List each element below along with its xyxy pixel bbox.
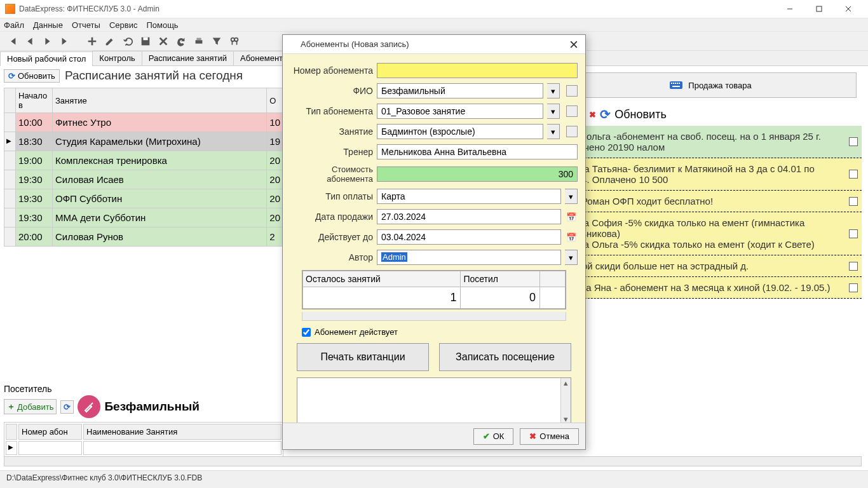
horizontal-scrollbar[interactable] bbox=[4, 456, 862, 466]
window-close-button[interactable] bbox=[834, 0, 863, 18]
note-item[interactable]: анова София -5% скидка только на емент (… bbox=[559, 212, 862, 255]
menu-Данные[interactable]: Данные bbox=[33, 20, 63, 30]
col-end[interactable]: О bbox=[267, 88, 283, 113]
svg-rect-16 bbox=[672, 86, 680, 87]
status-bar: D:\DataExpress\Фитнес клуб 3.0\ФИТНЕСКЛУ… bbox=[0, 470, 868, 488]
app-icon bbox=[5, 4, 15, 14]
menu-Помощь[interactable]: Помощь bbox=[146, 20, 178, 30]
find-icon[interactable] bbox=[227, 34, 241, 48]
valid-to-input[interactable] bbox=[377, 229, 561, 245]
paytype-select[interactable] bbox=[377, 189, 561, 204]
keyboard-icon bbox=[669, 79, 683, 91]
filter-icon[interactable] bbox=[210, 34, 224, 48]
refresh-icon[interactable] bbox=[174, 34, 188, 48]
sell-goods-button[interactable]: Продажа товара bbox=[564, 72, 857, 98]
note-checkbox[interactable] bbox=[849, 262, 858, 271]
svg-rect-15 bbox=[679, 83, 680, 84]
window-maximize-button[interactable] bbox=[804, 0, 834, 18]
notes-refresh-label[interactable]: Обновить bbox=[614, 108, 667, 121]
table-row[interactable]: 20:00Силовая Рунов2 bbox=[4, 227, 283, 247]
note-checkbox[interactable] bbox=[849, 170, 858, 179]
svg-rect-10 bbox=[670, 81, 682, 89]
author-select[interactable]: Admin bbox=[377, 250, 561, 265]
broom-icon[interactable] bbox=[78, 395, 100, 418]
svg-point-9 bbox=[234, 37, 238, 41]
lookup-button[interactable] bbox=[566, 126, 578, 137]
note-checkbox[interactable] bbox=[849, 197, 858, 206]
calendar-icon[interactable]: 📅 bbox=[565, 209, 578, 224]
record-visit-button[interactable]: Записать посещение bbox=[439, 343, 571, 371]
note-item[interactable]: гровой скиди больше нет на эстрадный д. bbox=[559, 255, 862, 277]
active-checkbox-label: Абонемент действует bbox=[315, 327, 398, 337]
note-checkbox[interactable] bbox=[849, 137, 858, 146]
svg-rect-12 bbox=[673, 83, 674, 84]
dropdown-icon[interactable]: ▾ bbox=[547, 124, 560, 139]
nav-next-icon[interactable] bbox=[41, 34, 55, 48]
save-icon[interactable] bbox=[139, 34, 153, 48]
table-row[interactable]: 19:00Комплексная тренировка20 bbox=[4, 151, 283, 170]
schedule-table: Начало в Занятие О 10:00Фитнес Утро10▶18… bbox=[4, 88, 283, 247]
table-row[interactable]: ▶18:30Студия Карамельки (Митрохина)19 bbox=[4, 132, 283, 151]
fio-input[interactable] bbox=[377, 83, 543, 98]
window-minimize-button[interactable] bbox=[775, 0, 804, 18]
dropdown-icon[interactable]: ▾ bbox=[565, 189, 578, 204]
note-checkbox[interactable] bbox=[849, 229, 858, 238]
note-item[interactable]: цов Роман ОФП ходит бесплатно! bbox=[559, 191, 862, 212]
note-item[interactable]: даева Татьяна- безлимит к Матякиной на 3… bbox=[559, 158, 862, 191]
active-checkbox[interactable] bbox=[302, 328, 311, 337]
delete-icon[interactable] bbox=[156, 34, 170, 48]
calendar-icon[interactable]: 📅 bbox=[565, 229, 578, 245]
col-start[interactable]: Начало в bbox=[16, 88, 53, 113]
dropdown-icon[interactable]: ▾ bbox=[547, 83, 560, 98]
refresh-notes-icon[interactable]: ⟳ bbox=[600, 107, 611, 122]
menu-Файл[interactable]: Файл bbox=[4, 20, 24, 30]
lookup-button[interactable] bbox=[566, 105, 578, 117]
lesson-input[interactable] bbox=[377, 124, 543, 139]
refresh-visitor-button[interactable]: ⟳ bbox=[60, 400, 74, 414]
table-row[interactable]: 10:00Фитнес Утро10 bbox=[4, 113, 283, 132]
svg-rect-6 bbox=[196, 40, 203, 43]
print-icon[interactable] bbox=[192, 34, 206, 48]
table-row[interactable]: 19:30Силовая Исаев20 bbox=[4, 170, 283, 189]
add-icon[interactable] bbox=[85, 34, 99, 48]
schedule-heading: Расписание занятий на сегодня bbox=[65, 69, 243, 83]
col-lesson[interactable]: Занятие bbox=[53, 88, 267, 113]
ok-button[interactable]: ✔ОК bbox=[473, 428, 514, 445]
notes-memo[interactable]: ▴▾ bbox=[297, 377, 571, 424]
dropdown-icon[interactable]: ▾ bbox=[565, 250, 578, 265]
dialog-icon bbox=[288, 40, 297, 49]
table-row[interactable]: 19:30ММА дети Субботин20 bbox=[4, 208, 283, 227]
tab-2[interactable]: Расписание занятий bbox=[142, 51, 234, 65]
cancel-button[interactable]: ✖Отмена bbox=[520, 428, 579, 445]
window-title: DataExpress: ФИТНЕСКЛУБ 3.0 - Admin bbox=[19, 4, 775, 13]
subscription-type-input[interactable] bbox=[377, 104, 543, 119]
table-row[interactable]: 19:30ОФП Субботин20 bbox=[4, 189, 283, 208]
lookup-button[interactable] bbox=[566, 85, 578, 97]
tab-1[interactable]: Контроль bbox=[92, 51, 142, 65]
sale-date-input[interactable] bbox=[377, 209, 561, 224]
cost-input[interactable] bbox=[377, 166, 578, 182]
nav-first-icon[interactable] bbox=[5, 34, 19, 48]
table-row[interactable]: ▶ bbox=[6, 441, 281, 455]
subscription-number-input[interactable] bbox=[377, 63, 578, 78]
menu-Сервис[interactable]: Сервис bbox=[109, 20, 138, 30]
note-checkbox[interactable] bbox=[849, 283, 858, 292]
undo-icon[interactable] bbox=[121, 34, 135, 48]
nav-last-icon[interactable] bbox=[58, 34, 72, 48]
delete-note-icon[interactable]: ✖ bbox=[589, 110, 596, 119]
edit-icon[interactable] bbox=[103, 34, 117, 48]
refresh-schedule-button[interactable]: ⟳Обновить bbox=[4, 69, 60, 83]
dropdown-icon[interactable]: ▾ bbox=[547, 104, 560, 119]
subgrid-scrollbar[interactable] bbox=[302, 312, 566, 321]
menu-Отчеты[interactable]: Отчеты bbox=[72, 20, 100, 30]
check-icon: ✔ bbox=[483, 431, 490, 441]
nav-prev-icon[interactable] bbox=[23, 34, 37, 48]
dialog-close-button[interactable] bbox=[567, 38, 580, 51]
note-item[interactable]: ушина Яна - абонемент на 3 месяца к хино… bbox=[559, 277, 862, 299]
svg-rect-5 bbox=[143, 37, 147, 40]
note-item[interactable]: аева ольга -абонемент на своб. посещ. на… bbox=[559, 126, 862, 158]
tab-0[interactable]: Новый рабочий стол bbox=[0, 51, 93, 66]
add-visitor-button[interactable]: ＋Добавить bbox=[4, 399, 57, 414]
trainer-input[interactable] bbox=[377, 144, 578, 159]
print-receipt-button[interactable]: Печать квитанции bbox=[297, 343, 429, 371]
